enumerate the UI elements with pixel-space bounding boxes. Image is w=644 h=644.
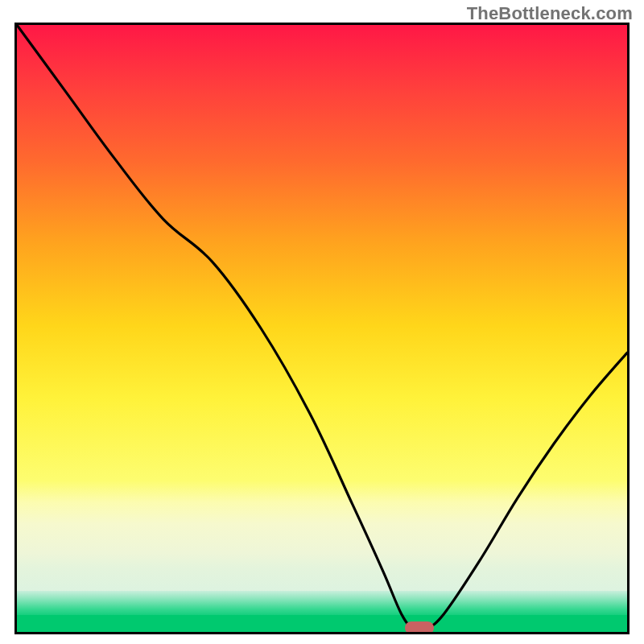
plot-frame bbox=[14, 23, 630, 634]
optimal-marker bbox=[405, 621, 434, 634]
chart-container: TheBottleneck.com bbox=[0, 0, 644, 644]
watermark-text: TheBottleneck.com bbox=[467, 3, 633, 24]
bottleneck-curve bbox=[17, 25, 627, 632]
plot-area bbox=[17, 25, 627, 632]
